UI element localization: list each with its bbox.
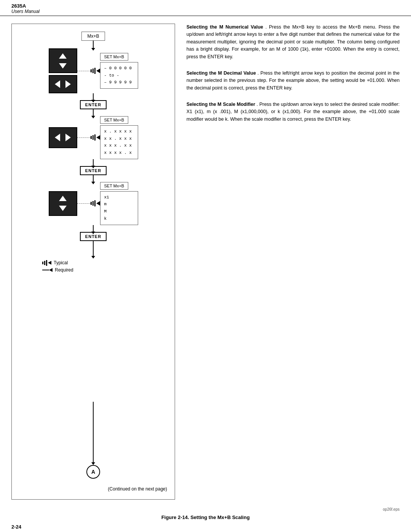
dashed-connector-3 [77, 203, 91, 204]
flow-start: Mx+B [19, 32, 167, 48]
typical-arrowhead-3 [96, 201, 100, 206]
legend-required-arrow [49, 268, 53, 272]
up-arrow-icon-3 [59, 196, 67, 201]
up-arrow-btn [57, 52, 68, 60]
legend-required: Required [42, 267, 73, 273]
set-mxb-box-1: SET Mx+B [100, 53, 129, 61]
figure-caption: Figure 2-14. Setting the Mx+B Scaling [0, 511, 411, 522]
legend-typical: Typical [42, 260, 73, 266]
legend-area: Typical Required [42, 260, 73, 274]
display-box-1: – 0 0 0 0 0 - to - – 9 9 9 9 9 [100, 62, 138, 89]
arrow-down-4 [93, 159, 94, 166]
header: 2635A Users Manual [0, 0, 411, 16]
para-3-title: Selecting the M Scale Modifier [186, 102, 255, 107]
typical-bar-6 [94, 134, 96, 141]
para-1: Selecting the M Numerical Value . Press … [186, 24, 400, 61]
typical-bar-2 [92, 69, 94, 73]
continued-text: (Continued on the next page) [108, 486, 167, 492]
para-1-title: Selecting the M Numerical Value [186, 24, 263, 30]
display-line-3-2: M [104, 208, 134, 215]
display-line-2-2: x x x . x x [104, 142, 134, 149]
display-line-2-0: x . x x x x [104, 128, 134, 135]
para-2: Selecting the M Decimal Value . Press th… [186, 70, 400, 92]
typical-bar-8 [92, 201, 94, 206]
display-line-3-3: k [104, 215, 134, 222]
typical-bar-1 [91, 69, 92, 72]
nav-box-3 [49, 191, 77, 216]
legend-typical-label: Typical [54, 260, 68, 265]
nav-box-1 [49, 48, 77, 73]
display-line-2-3: x x x x . x [104, 149, 134, 157]
display-line-1-2: – 9 9 9 9 9 [104, 79, 134, 86]
legend-required-line [42, 270, 49, 270]
set-mxb-box-2: SET Mx+B [100, 116, 129, 124]
legend-typical-arrow [48, 261, 51, 265]
typical-icon [42, 260, 51, 266]
right-arrow-icon-2 [65, 134, 71, 141]
legend-bar-3 [46, 260, 47, 266]
arrow-down-7 [93, 241, 94, 256]
footer-page-number: 2-24 [0, 522, 411, 532]
content-area: Mx+B [0, 16, 411, 507]
right-text: Selecting the M Numerical Value . Press … [175, 24, 400, 500]
dashed-connector-1 [77, 71, 91, 71]
right-arrow-icon-1 [65, 80, 71, 88]
legend-bar-2 [44, 261, 45, 265]
arrow-down-3 [93, 109, 94, 116]
display-line-2-1: x x . x x x [104, 135, 134, 142]
legend-bar-1 [42, 262, 43, 264]
arrow-down-2 [93, 93, 94, 100]
up-arrow-btn-3 [57, 194, 68, 203]
down-arrow-btn [57, 62, 68, 70]
legend-required-label: Required [55, 267, 73, 273]
set-mxb-box-3: SET Mx+B [100, 182, 129, 190]
display-box-2: x . x x x x x x . x x x x x x . x x x x … [100, 125, 138, 159]
mxb-start-box: Mx+B [81, 32, 105, 41]
dashed-connector-2 [77, 137, 91, 138]
required-icon [42, 268, 53, 272]
page: 2635A Users Manual Mx+B [0, 0, 411, 532]
down-arrow-btn-3 [57, 204, 68, 212]
display-line-3-0: x1 [104, 194, 134, 201]
typical-bar-3 [94, 68, 96, 74]
arrow-down-6 [93, 225, 94, 232]
down-arrow-icon-3 [59, 206, 67, 211]
display-box-3: x1 m M k [100, 191, 138, 225]
typical-bar-4 [91, 136, 92, 139]
display-line-3-1: m [104, 201, 134, 208]
display-line-1-1: - to - [104, 72, 134, 79]
left-arrow-icon-2 [55, 134, 60, 141]
arrow-down-5 [93, 175, 94, 182]
down-arrow-icon [59, 63, 67, 69]
up-arrow-icon [59, 53, 67, 59]
arrow-down-1 [93, 41, 94, 48]
page-subtitle: Users Manual [11, 9, 400, 14]
nav-box-lr-2 [49, 127, 77, 148]
typical-bar-9 [94, 200, 96, 206]
long-arrow-head [91, 462, 95, 465]
typical-arrowhead-1 [96, 69, 100, 73]
page-title: 2635A [11, 3, 400, 9]
diagram-box: Mx+B [11, 24, 175, 500]
para-3: Selecting the M Scale Modifier . Press t… [186, 101, 400, 123]
para-2-title: Selecting the M Decimal Value [186, 70, 256, 76]
long-arrow-to-a [93, 402, 94, 463]
circle-a: A [86, 465, 100, 479]
nav-box-lr-1 [49, 75, 77, 93]
typical-bar-5 [92, 135, 94, 140]
typical-arrowhead-2 [96, 135, 100, 140]
eps-label: op26f.eps [0, 507, 411, 511]
typical-bar-7 [91, 202, 92, 205]
left-arrow-icon-1 [55, 80, 60, 88]
display-line-1-0: – 0 0 0 0 0 [104, 65, 134, 72]
